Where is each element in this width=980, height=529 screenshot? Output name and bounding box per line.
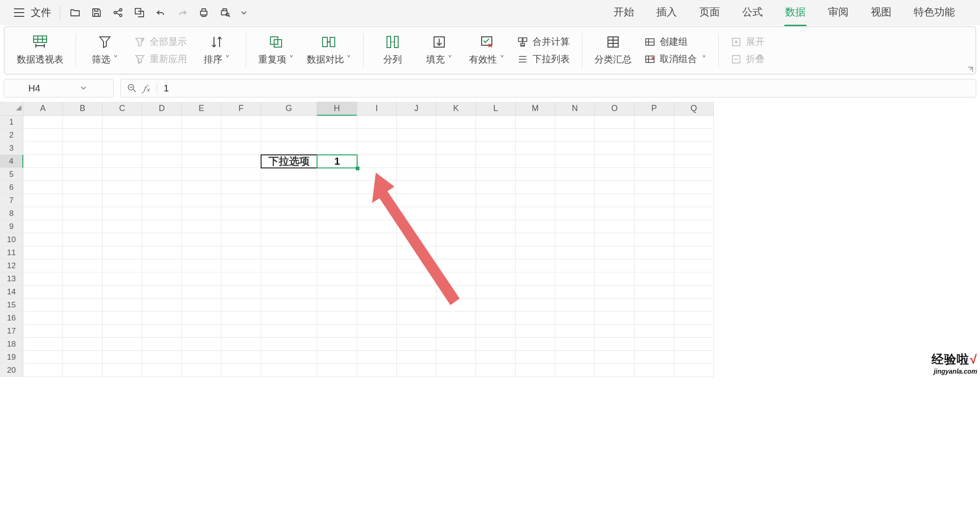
cell[interactable]: [182, 285, 221, 299]
cell[interactable]: [516, 338, 555, 351]
cell[interactable]: [103, 181, 142, 194]
cell[interactable]: [182, 129, 221, 142]
cell[interactable]: [357, 312, 397, 325]
cell[interactable]: [103, 364, 142, 377]
hamburger-icon[interactable]: [12, 6, 26, 20]
cell[interactable]: [476, 116, 516, 129]
row-header[interactable]: 13: [0, 272, 23, 285]
cell[interactable]: [182, 194, 221, 207]
collapse-button[interactable]: 折叠: [731, 53, 765, 65]
cell[interactable]: [103, 325, 142, 338]
cell[interactable]: [221, 116, 261, 129]
cell[interactable]: [317, 168, 357, 181]
cell[interactable]: [635, 181, 674, 194]
cell[interactable]: [23, 259, 63, 272]
tab-formula[interactable]: 公式: [741, 2, 764, 23]
row-header[interactable]: 1: [0, 116, 23, 129]
cell[interactable]: [103, 207, 142, 220]
cell[interactable]: [221, 233, 261, 246]
cell[interactable]: [142, 142, 182, 155]
cell[interactable]: [182, 259, 221, 272]
cell[interactable]: [63, 129, 103, 142]
row-header[interactable]: 8: [0, 207, 23, 220]
expand-button[interactable]: 展开: [731, 35, 765, 48]
row-header[interactable]: 10: [0, 233, 23, 246]
cell[interactable]: [317, 207, 357, 220]
cell[interactable]: [635, 272, 674, 285]
cell[interactable]: [555, 233, 595, 246]
col-header[interactable]: F: [221, 102, 261, 116]
cell[interactable]: [555, 272, 595, 285]
cell[interactable]: [516, 351, 555, 364]
sort-button[interactable]: 排序: [200, 35, 234, 66]
tab-view[interactable]: 视图: [870, 2, 892, 23]
cell[interactable]: [516, 299, 555, 312]
cell[interactable]: [516, 129, 555, 142]
cell[interactable]: [436, 364, 476, 377]
cell[interactable]: [317, 142, 357, 155]
cell[interactable]: [436, 325, 476, 338]
cell[interactable]: [23, 285, 63, 299]
cell[interactable]: [317, 246, 357, 259]
col-header[interactable]: N: [555, 102, 595, 116]
cell[interactable]: [635, 299, 674, 312]
cell[interactable]: [221, 181, 261, 194]
cell[interactable]: [476, 312, 516, 325]
col-header[interactable]: K: [436, 102, 476, 116]
cell[interactable]: [635, 116, 674, 129]
cell[interactable]: [317, 155, 357, 168]
cell[interactable]: [595, 220, 635, 233]
save-icon[interactable]: [88, 4, 105, 21]
ungroup-button[interactable]: 取消组合: [645, 53, 706, 65]
cell[interactable]: [595, 351, 635, 364]
row-header[interactable]: 12: [0, 259, 23, 272]
cell[interactable]: [674, 364, 714, 377]
cell[interactable]: [357, 351, 397, 364]
cell[interactable]: [23, 168, 63, 181]
formula-bar[interactable]: 𝑓ₓ 1: [120, 79, 976, 97]
cell[interactable]: [182, 168, 221, 181]
cell[interactable]: [516, 168, 555, 181]
col-header[interactable]: J: [397, 102, 436, 116]
cell[interactable]: [555, 299, 595, 312]
cell[interactable]: [595, 338, 635, 351]
cell[interactable]: [23, 312, 63, 325]
cell[interactable]: [142, 272, 182, 285]
cell[interactable]: [516, 325, 555, 338]
row-header[interactable]: 20: [0, 364, 23, 377]
row-header[interactable]: 2: [0, 129, 23, 142]
cell[interactable]: [595, 168, 635, 181]
cell[interactable]: [142, 299, 182, 312]
col-header[interactable]: A: [23, 102, 63, 116]
name-box[interactable]: H4: [4, 79, 114, 97]
cell[interactable]: [635, 194, 674, 207]
cell[interactable]: [595, 155, 635, 168]
col-header[interactable]: L: [476, 102, 516, 116]
cell[interactable]: [674, 142, 714, 155]
cell[interactable]: [436, 338, 476, 351]
cell[interactable]: [516, 233, 555, 246]
cell[interactable]: [516, 155, 555, 168]
col-header[interactable]: H: [317, 102, 357, 116]
cell[interactable]: [142, 364, 182, 377]
cell[interactable]: [182, 116, 221, 129]
cell[interactable]: [516, 285, 555, 299]
cell[interactable]: [516, 246, 555, 259]
cell[interactable]: [595, 312, 635, 325]
cell[interactable]: [103, 168, 142, 181]
cell[interactable]: [397, 129, 436, 142]
cell[interactable]: [142, 207, 182, 220]
cell[interactable]: [357, 142, 397, 155]
cell[interactable]: [221, 351, 261, 364]
cell[interactable]: [317, 181, 357, 194]
cell[interactable]: [182, 351, 221, 364]
cell[interactable]: [595, 285, 635, 299]
cell[interactable]: [103, 259, 142, 272]
cell[interactable]: [317, 299, 357, 312]
row-header[interactable]: 3: [0, 142, 23, 155]
col-header[interactable]: E: [182, 102, 221, 116]
cell[interactable]: [221, 338, 261, 351]
row-header[interactable]: 4: [0, 155, 23, 168]
row-header[interactable]: 16: [0, 312, 23, 325]
cell[interactable]: [436, 312, 476, 325]
